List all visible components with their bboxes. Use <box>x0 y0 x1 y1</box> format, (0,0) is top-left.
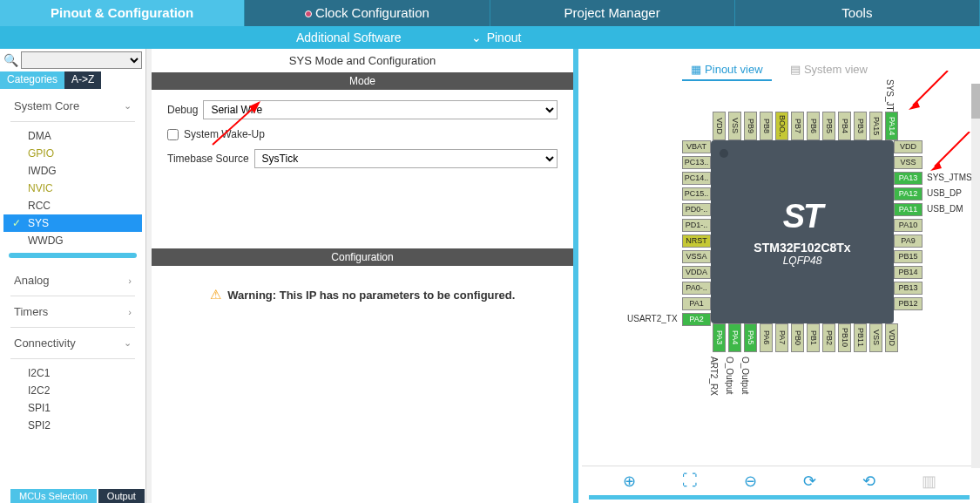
item-rcc[interactable]: RCC <box>3 197 142 214</box>
pin-pc14[interactable]: PC14.. <box>682 172 711 185</box>
chevron-down-icon: ⌄ <box>471 31 482 44</box>
pin-pb0[interactable]: PB0 <box>791 323 804 352</box>
svg-line-2 <box>935 132 970 167</box>
pin-pc15[interactable]: PC15.. <box>682 187 711 201</box>
pin1-marker-icon <box>720 149 728 158</box>
pin-pb15[interactable]: PB15 <box>894 250 923 263</box>
rotate-ccw-button[interactable]: ⟲ <box>862 472 875 491</box>
pin-nrst[interactable]: NRST <box>682 235 711 248</box>
zoom-in-button[interactable]: ⊕ <box>623 472 636 491</box>
pin-pa0[interactable]: PA0-.. <box>682 282 711 295</box>
pin-pb1[interactable]: PB1 <box>807 323 820 352</box>
section-timers[interactable]: Timers› <box>3 300 142 323</box>
pin-vdd-r[interactable]: VDD <box>894 140 923 153</box>
zoom-slider[interactable] <box>589 495 970 500</box>
pin-vssa[interactable]: VSSA <box>682 250 711 263</box>
pin-label-top: SYS_JT <box>885 79 895 112</box>
chevron-right-icon: › <box>128 275 132 286</box>
pin-vdd-b[interactable]: VDD <box>885 323 898 352</box>
pin-pb2[interactable]: PB2 <box>822 323 835 352</box>
layout-button[interactable]: ▥ <box>922 472 936 491</box>
rotate-cw-button[interactable]: ⟳ <box>803 472 816 491</box>
pin-vbat[interactable]: VBAT <box>682 140 711 153</box>
pin-pd0[interactable]: PD0-.. <box>682 203 711 216</box>
pin-pa2[interactable]: PA2 <box>682 313 711 326</box>
pinout-dropdown[interactable]: ⌄Pinout <box>436 26 557 49</box>
pin-pb6[interactable]: PB6 <box>807 112 820 140</box>
pin-pb11[interactable]: PB11 <box>854 323 867 352</box>
pin-pb13[interactable]: PB13 <box>894 282 923 295</box>
item-sys[interactable]: SYS <box>3 214 142 232</box>
mode-header: Mode <box>152 72 573 90</box>
system-view-tab[interactable]: ▤System view <box>781 59 876 79</box>
pin-label-pa5: O_Output <box>740 357 750 394</box>
tab-project-manager[interactable]: Project Manager <box>490 0 735 26</box>
pin-pb12[interactable]: PB12 <box>894 297 923 310</box>
tab-tools[interactable]: Tools <box>735 0 980 26</box>
item-i2c1[interactable]: I2C1 <box>3 364 142 382</box>
pin-pa4[interactable]: PA4 <box>728 323 741 352</box>
categories-tab[interactable]: Categories <box>0 71 64 89</box>
pin-pa12[interactable]: PA12 <box>894 187 923 201</box>
chevron-down-icon: ⌄ <box>124 100 132 112</box>
item-wwdg[interactable]: WWDG <box>3 232 142 249</box>
item-i2c2[interactable]: I2C2 <box>3 382 142 399</box>
pin-pb8[interactable]: PB8 <box>760 112 773 140</box>
pin-pb7[interactable]: PB7 <box>791 112 804 140</box>
pin-pb9[interactable]: PB9 <box>744 112 757 140</box>
section-system-core[interactable]: System Core⌄ <box>3 94 142 118</box>
pin-vss-b[interactable]: VSS <box>869 323 882 352</box>
item-iwdg[interactable]: IWDG <box>3 162 142 180</box>
pin-pa10[interactable]: PA10 <box>894 219 923 232</box>
section-analog[interactable]: Analog› <box>3 268 142 292</box>
zoom-out-button[interactable]: ⊖ <box>744 472 757 491</box>
pin-pb5[interactable]: PB5 <box>822 112 835 140</box>
warning-dot-icon <box>305 10 312 17</box>
pin-vss-r[interactable]: VSS <box>894 156 923 169</box>
pin-pa5[interactable]: PA5 <box>744 323 757 352</box>
tab-clock-config[interactable]: Clock Configuration <box>245 0 490 26</box>
pin-vdda[interactable]: VDDA <box>682 266 711 279</box>
chip-diagram[interactable]: ST STM32F102C8Tx LQFP48 VBAT PC13.. PC14… <box>582 88 977 466</box>
section-connectivity[interactable]: Connectivity⌄ <box>3 331 142 355</box>
pin-pa1[interactable]: PA1 <box>682 297 711 310</box>
search-dropdown[interactable] <box>21 51 142 69</box>
warning-message: ⚠ Warning: This IP has no parameters to … <box>152 266 573 323</box>
config-header: Configuration <box>152 248 573 266</box>
pin-pa11[interactable]: PA11 <box>894 203 923 216</box>
pin-pa15[interactable]: PA15 <box>869 112 882 140</box>
pin-pb3[interactable]: PB3 <box>854 112 867 140</box>
pin-pb10[interactable]: PB10 <box>838 323 851 352</box>
pin-pd1[interactable]: PD1-.. <box>682 219 711 232</box>
pin-vdd-t[interactable]: VDD <box>713 112 726 140</box>
a-z-tab[interactable]: A->Z <box>64 71 101 89</box>
wakeup-checkbox[interactable] <box>167 129 179 140</box>
pin-pa7[interactable]: PA7 <box>775 323 788 352</box>
pin-label-pa4: O_Output <box>725 357 734 394</box>
pin-pa9[interactable]: PA9 <box>894 235 923 248</box>
additional-software-link[interactable]: Additional Software <box>261 26 436 49</box>
pin-pa14[interactable]: PA14 <box>885 112 898 140</box>
mcus-selection-tab[interactable]: MCUs Selection <box>10 489 97 503</box>
pin-boot[interactable]: BOO.. <box>775 112 788 140</box>
timebase-select[interactable]: SysTick <box>254 149 558 168</box>
output-tab[interactable]: Output <box>98 489 145 503</box>
item-nvic[interactable]: NVIC <box>3 180 142 197</box>
pinout-view-tab[interactable]: ▦Pinout view <box>682 59 771 81</box>
pin-vss-t[interactable]: VSS <box>728 112 741 140</box>
item-spi1[interactable]: SPI1 <box>3 399 142 417</box>
debug-select[interactable]: Serial Wire <box>203 100 558 119</box>
item-spi2[interactable]: SPI2 <box>3 417 142 434</box>
pin-pa3[interactable]: PA3 <box>713 323 726 352</box>
item-dma[interactable]: DMA <box>3 127 142 145</box>
pin-pb14[interactable]: PB14 <box>894 266 923 279</box>
pin-pa6[interactable]: PA6 <box>760 323 773 352</box>
item-gpio[interactable]: GPIO <box>3 145 142 162</box>
vertical-scrollbar[interactable] <box>971 84 980 468</box>
tab-pinout-config[interactable]: Pinout & Configuration <box>0 0 245 26</box>
pin-pa13[interactable]: PA13 <box>894 172 923 185</box>
chevron-down-icon: ⌄ <box>124 337 132 349</box>
fit-button[interactable]: ⛶ <box>682 472 698 490</box>
pin-pb4[interactable]: PB4 <box>838 112 851 140</box>
pin-pc13[interactable]: PC13.. <box>682 156 711 169</box>
